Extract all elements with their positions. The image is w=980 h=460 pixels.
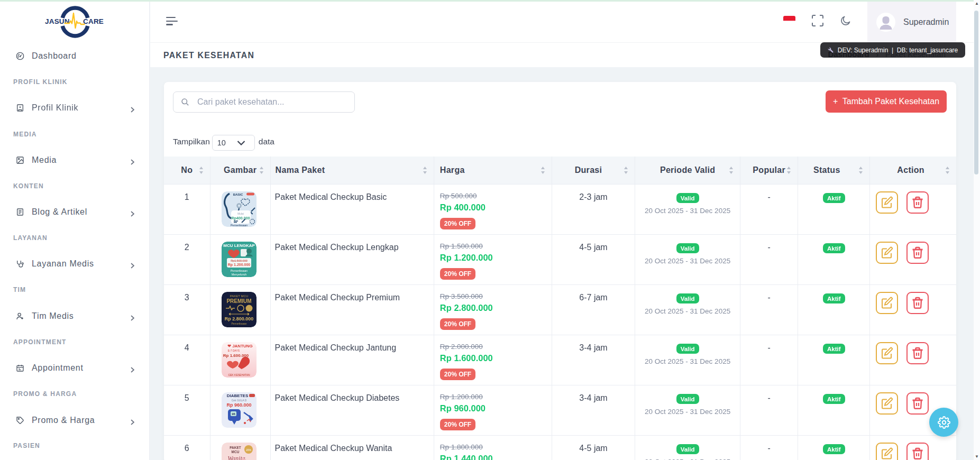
- svg-text:CEK KESEHATAN: CEK KESEHATAN: [228, 373, 250, 376]
- svg-text:DIABETES: DIABETES: [226, 393, 248, 398]
- svg-text:Cek GULA D: Cek GULA D: [231, 399, 246, 402]
- svg-text:Pemeriksaan: Pemeriksaan: [230, 269, 247, 272]
- svg-text:Pemeriksaan: Pemeriksaan: [230, 223, 247, 226]
- svg-text:96: 96: [232, 412, 235, 416]
- svg-text:Rp400.000: Rp400.000: [231, 215, 250, 220]
- svg-text:Rp 1.200.000: Rp 1.200.000: [227, 263, 250, 267]
- svg-text:Mulai: Mulai: [237, 213, 243, 215]
- svg-text:BASIC: BASIC: [233, 192, 243, 196]
- svg-text:E-7 DAYS: E-7 DAYS: [227, 349, 240, 352]
- svg-text:PAKET MCU: PAKET MCU: [230, 295, 248, 298]
- svg-text:MCU: MCU: [231, 450, 239, 454]
- svg-text:PREMIUM: PREMIUM: [226, 298, 251, 304]
- svg-text:PAKET: PAKET: [230, 446, 241, 449]
- svg-text:Rp 2.800.000: Rp 2.800.000: [224, 316, 253, 321]
- svg-text:20%: 20%: [246, 448, 252, 451]
- svg-text:❤ JANTUNG: ❤ JANTUNG: [227, 344, 253, 348]
- svg-text:MCU LENGKAP: MCU LENGKAP: [223, 243, 255, 248]
- svg-text:Rp 960.000: Rp 960.000: [226, 402, 251, 408]
- svg-text:Pemeriksaan: Pemeriksaan: [231, 322, 246, 325]
- svg-text:Rp1.500.000: Rp1.500.000: [231, 259, 248, 262]
- svg-text:Menyeluruh: Menyeluruh: [231, 273, 246, 276]
